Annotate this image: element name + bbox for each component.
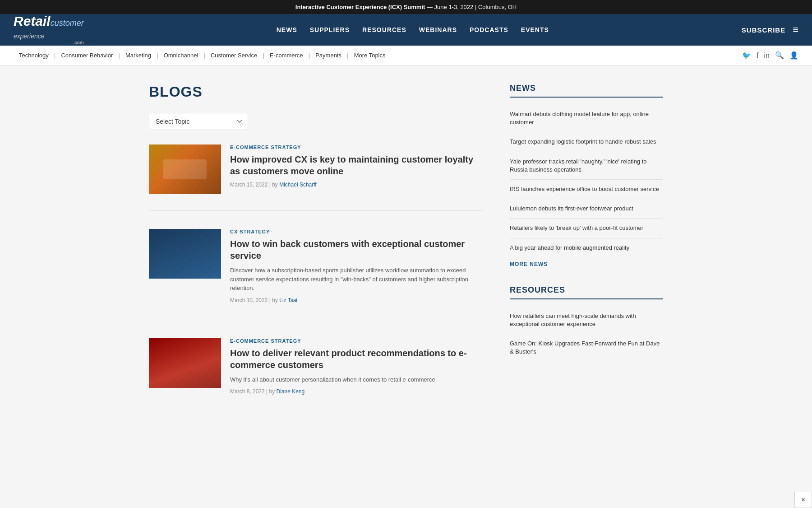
news-link-4[interactable]: Lululemon debuts its first-ever footwear… xyxy=(510,205,633,212)
news-item: Retailers likely to 'break up' with a po… xyxy=(510,219,663,238)
blog-thumbnail-1 xyxy=(149,144,221,194)
topic-consumer-behavior[interactable]: Consumer Behavior xyxy=(55,52,118,59)
news-list: Walmart debuts clothing model feature fo… xyxy=(510,105,663,257)
nav-podcasts[interactable]: PODCASTS xyxy=(470,26,508,33)
page-title: BLOGS xyxy=(149,84,483,100)
topic-ecommerce[interactable]: E-commerce xyxy=(264,52,309,59)
topic-payments[interactable]: Payments xyxy=(310,52,347,59)
blog-date-3: March 8, 2022 xyxy=(230,388,265,395)
thumb-image-1 xyxy=(149,144,221,194)
topic-select[interactable]: Select Topic E-Commerce Strategy CX Stra… xyxy=(149,113,248,130)
banner-summit-name: Interactive Customer Experience (ICX) Su… xyxy=(295,4,425,10)
thumb-image-3 xyxy=(149,338,221,388)
blog-card-3: E-COMMERCE STRATEGY How to deliver relev… xyxy=(149,338,483,411)
nav-suppliers[interactable]: SUPPLIERS xyxy=(310,26,350,33)
news-link-6[interactable]: A big year ahead for mobile augmented re… xyxy=(510,244,629,251)
blog-by-1: | by xyxy=(269,182,279,188)
search-icon[interactable]: 🔍 xyxy=(775,51,784,60)
subscribe-button[interactable]: SUBSCRIBE xyxy=(742,26,785,34)
logo-com: .com xyxy=(14,41,84,45)
blog-category-2: CX STRATEGY xyxy=(230,229,483,234)
site-header: Retailcustomerexperience.com NEWS SUPPLI… xyxy=(0,14,812,46)
topics-nav: Technology Consumer Behavior Marketing O… xyxy=(0,46,812,65)
hamburger-button[interactable]: ≡ xyxy=(793,24,798,36)
blog-meta-3: March 8, 2022 | by Diane Keng xyxy=(230,388,483,395)
blog-info-1: E-COMMERCE STRATEGY How improved CX is k… xyxy=(230,144,483,194)
news-link-5[interactable]: Retailers likely to 'break up' with a po… xyxy=(510,224,643,231)
news-item: Target expanding logistic footprint to h… xyxy=(510,132,663,152)
blog-meta-2: March 10, 2022 | by Liz Tsai xyxy=(230,297,483,303)
blog-card: E-COMMERCE STRATEGY How improved CX is k… xyxy=(149,144,483,211)
news-item: Yale professor tracks retail 'naughty,' … xyxy=(510,152,663,180)
blog-date-1: March 15, 2022 xyxy=(230,182,268,188)
blog-info-3: E-COMMERCE STRATEGY How to deliver relev… xyxy=(230,338,483,395)
blog-author-2[interactable]: Liz Tsai xyxy=(279,297,297,303)
blog-thumbnail-2 xyxy=(149,229,221,279)
blog-author-3[interactable]: Diane Keng xyxy=(277,388,305,395)
blog-by-2: | by xyxy=(269,297,279,303)
blog-card-2: CX STRATEGY How to win back customers wi… xyxy=(149,229,483,320)
twitter-icon[interactable]: 🐦 xyxy=(742,51,751,60)
more-news-link[interactable]: MORE NEWS xyxy=(510,261,548,267)
topic-customer-service[interactable]: Customer Service xyxy=(205,52,263,59)
resource-item: How retailers can meet high-scale demand… xyxy=(510,307,663,334)
blog-title-link-3[interactable]: How to deliver relevant product recommen… xyxy=(230,348,467,370)
blog-category-1: E-COMMERCE STRATEGY xyxy=(230,144,483,150)
main-nav: NEWS SUPPLIERS RESOURCES WEBINARS PODCAS… xyxy=(277,26,549,33)
topic-select-wrapper: Select Topic E-Commerce Strategy CX Stra… xyxy=(149,113,483,130)
banner-pipe: | xyxy=(473,4,478,10)
topic-omnichannel[interactable]: Omnichannel xyxy=(158,52,204,59)
topics-icons: 🐦 f in 🔍 👤 xyxy=(742,51,798,60)
blog-info-2: CX STRATEGY How to win back customers wi… xyxy=(230,229,483,303)
blog-excerpt-3: Why it's all about customer personalizat… xyxy=(230,375,483,384)
topic-marketing[interactable]: Marketing xyxy=(120,52,157,59)
topic-technology[interactable]: Technology xyxy=(14,52,54,59)
blog-excerpt-2: Discover how a subscription-based sports… xyxy=(230,266,483,293)
news-link-2[interactable]: Yale professor tracks retail 'naughty,' … xyxy=(510,158,647,173)
blog-thumbnail-3 xyxy=(149,338,221,388)
nav-resources[interactable]: RESOURCES xyxy=(362,26,406,33)
news-item: Walmart debuts clothing model feature fo… xyxy=(510,105,663,132)
news-sidebar-title: NEWS xyxy=(510,84,663,98)
banner-location: Columbus, OH xyxy=(478,4,517,10)
news-sidebar-section: NEWS Walmart debuts clothing model featu… xyxy=(510,84,663,267)
left-column: BLOGS Select Topic E-Commerce Strategy C… xyxy=(149,84,483,429)
topic-more-topics[interactable]: More Topics xyxy=(349,52,391,59)
topics-list: Technology Consumer Behavior Marketing O… xyxy=(14,52,391,59)
news-link-1[interactable]: Target expanding logistic footprint to h… xyxy=(510,138,656,145)
news-item: A big year ahead for mobile augmented re… xyxy=(510,238,663,257)
blog-date-2: March 10, 2022 xyxy=(230,297,268,303)
thumb-image-2 xyxy=(149,229,221,279)
blog-meta-1: March 15, 2022 | by Michael Scharff xyxy=(230,182,483,188)
facebook-icon[interactable]: f xyxy=(757,51,758,60)
news-link-0[interactable]: Walmart debuts clothing model feature fo… xyxy=(510,111,649,126)
linkedin-icon[interactable]: in xyxy=(764,51,770,60)
banner-dash: — xyxy=(425,4,434,10)
blog-title-link-1[interactable]: How improved CX is key to maintaining cu… xyxy=(230,154,473,176)
blog-title-link-2[interactable]: How to win back customers with exception… xyxy=(230,239,465,261)
header-right: SUBSCRIBE ≡ xyxy=(742,24,798,36)
blog-by-3: | by xyxy=(266,388,276,395)
blog-title-2[interactable]: How to win back customers with exception… xyxy=(230,238,483,261)
blog-title-1[interactable]: How improved CX is key to maintaining cu… xyxy=(230,154,483,177)
blog-author-1[interactable]: Michael Scharff xyxy=(279,182,316,188)
news-link-3[interactable]: IRS launches experience office to boost … xyxy=(510,186,659,192)
nav-events[interactable]: EVENTS xyxy=(521,26,549,33)
resources-sidebar-title: RESOURCES xyxy=(510,285,663,299)
nav-news[interactable]: NEWS xyxy=(277,26,297,33)
main-content: BLOGS Select Topic E-Commerce Strategy C… xyxy=(135,65,677,447)
right-column: NEWS Walmart debuts clothing model featu… xyxy=(510,84,663,429)
resources-list: How retailers can meet high-scale demand… xyxy=(510,307,663,362)
resource-link-0[interactable]: How retailers can meet high-scale demand… xyxy=(510,312,636,327)
nav-webinars[interactable]: WEBINARS xyxy=(419,26,457,33)
top-banner: Interactive Customer Experience (ICX) Su… xyxy=(0,0,812,14)
user-icon[interactable]: 👤 xyxy=(789,51,798,60)
banner-dates: June 1-3, 2022 xyxy=(434,4,474,10)
news-item: IRS launches experience office to boost … xyxy=(510,180,663,199)
blog-title-3[interactable]: How to deliver relevant product recommen… xyxy=(230,347,483,371)
blog-category-3: E-COMMERCE STRATEGY xyxy=(230,338,483,344)
resource-item: Game On: Kiosk Upgrades Fast-Forward the… xyxy=(510,334,663,361)
resource-link-1[interactable]: Game On: Kiosk Upgrades Fast-Forward the… xyxy=(510,340,660,355)
news-item: Lululemon debuts its first-ever footwear… xyxy=(510,199,663,219)
site-logo: Retailcustomerexperience.com xyxy=(14,14,84,45)
